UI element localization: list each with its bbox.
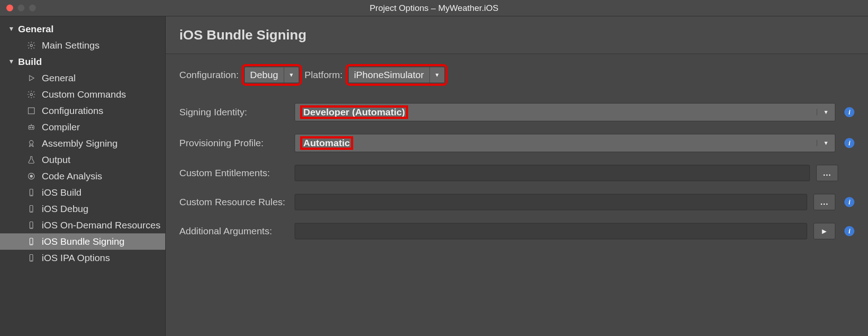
configuration-label: Configuration: xyxy=(179,69,239,80)
svg-point-9 xyxy=(30,175,33,178)
content-header: iOS Bundle Signing xyxy=(166,16,868,54)
provisioning-profile-value: Automatic xyxy=(301,138,352,148)
config-platform-row: Configuration: Debug ▼ Platform: iPhoneS… xyxy=(179,67,854,83)
disclosure-triangle-icon: ▼ xyxy=(8,25,15,32)
sidebar-section-label: General xyxy=(18,24,54,35)
sidebar-section-general[interactable]: ▼ General xyxy=(0,21,165,37)
device-icon xyxy=(26,253,36,263)
sidebar-item-label: iOS Bundle Signing xyxy=(42,236,124,247)
browse-resource-rules-button[interactable]: ... xyxy=(814,194,835,210)
additional-arguments-label: Additional Arguments: xyxy=(179,226,288,237)
custom-resource-rules-label: Custom Resource Rules: xyxy=(179,197,288,208)
sidebar-item-custom-commands[interactable]: Custom Commands xyxy=(0,86,165,103)
sidebar-item-compiler[interactable]: Compiler xyxy=(0,119,165,135)
gear-icon xyxy=(26,40,36,50)
disclosure-triangle-icon: ▼ xyxy=(8,58,15,65)
medal-icon xyxy=(26,138,36,148)
provisioning-profile-label: Provisioning Profile: xyxy=(179,138,288,148)
sidebar-item-label: iOS Build xyxy=(42,187,82,198)
sidebar-item-label: Main Settings xyxy=(42,40,99,51)
sidebar-item-main-settings[interactable]: Main Settings xyxy=(0,37,165,54)
titlebar: Project Options – MyWeather.iOS xyxy=(0,0,868,16)
target-icon xyxy=(26,171,36,181)
sidebar-item-code-analysis[interactable]: Code Analysis xyxy=(0,168,165,184)
signing-identity-value: Developer (Automatic) xyxy=(301,107,407,118)
sidebar-item-output[interactable]: Output xyxy=(0,152,165,168)
square-icon xyxy=(26,106,36,116)
content-pane: iOS Bundle Signing Configuration: Debug … xyxy=(166,16,868,336)
sidebar-item-label: Output xyxy=(42,154,70,165)
sidebar-item-ios-bundle-signing[interactable]: iOS Bundle Signing xyxy=(0,233,165,250)
sidebar-item-label: Configurations xyxy=(42,105,103,116)
custom-resource-rules-input[interactable] xyxy=(295,194,807,210)
sidebar-item-ios-ipa-options[interactable]: iOS IPA Options xyxy=(0,250,165,266)
sidebar-item-configurations[interactable]: Configurations xyxy=(0,103,165,119)
signing-identity-dropdown[interactable]: Developer (Automatic) ▼ xyxy=(295,103,835,121)
gear-icon xyxy=(26,89,36,99)
info-icon[interactable]: i xyxy=(844,226,854,236)
sidebar-item-assembly-signing[interactable]: Assembly Signing xyxy=(0,135,165,152)
svg-rect-3 xyxy=(28,108,34,114)
svg-point-6 xyxy=(32,127,33,128)
sidebar-item-ios-debug[interactable]: iOS Debug xyxy=(0,201,165,217)
provisioning-profile-dropdown[interactable]: Automatic ▼ xyxy=(295,134,835,152)
sidebar-item-label: Code Analysis xyxy=(42,171,102,182)
chevron-down-icon: ▼ xyxy=(817,109,835,115)
sidebar-item-label: Custom Commands xyxy=(42,89,126,100)
device-icon xyxy=(26,237,36,247)
project-options-window: Project Options – MyWeather.iOS ▼ Genera… xyxy=(0,0,868,336)
chevron-down-icon: ▼ xyxy=(817,140,835,146)
device-icon xyxy=(26,220,36,230)
svg-point-2 xyxy=(30,94,33,96)
sidebar-item-label: Compiler xyxy=(42,122,80,133)
configuration-value: Debug xyxy=(245,67,284,83)
sidebar-item-label: iOS IPA Options xyxy=(42,252,110,263)
sidebar-item-label: iOS On-Demand Resources xyxy=(42,220,160,231)
sidebar-section-label: Build xyxy=(18,56,42,67)
sidebar-item-label: iOS Debug xyxy=(42,203,89,214)
robot-icon xyxy=(26,122,36,132)
browse-entitlements-button[interactable]: ... xyxy=(816,165,838,181)
custom-entitlements-input[interactable] xyxy=(295,165,810,181)
info-icon[interactable]: i xyxy=(844,197,854,207)
svg-marker-1 xyxy=(30,75,34,81)
flask-icon xyxy=(26,155,36,165)
chevron-down-icon: ▼ xyxy=(430,72,444,78)
svg-point-0 xyxy=(30,44,33,47)
sidebar-item-label: General xyxy=(42,73,76,84)
sidebar-item-build-general[interactable]: General xyxy=(0,70,165,86)
run-arguments-button[interactable]: ▸ xyxy=(814,223,835,239)
device-icon xyxy=(26,188,36,198)
chevron-down-icon: ▼ xyxy=(284,72,299,78)
platform-label: Platform: xyxy=(305,69,343,80)
play-icon xyxy=(26,73,36,83)
page-title: iOS Bundle Signing xyxy=(179,27,854,43)
configuration-dropdown[interactable]: Debug ▼ xyxy=(244,67,299,83)
additional-arguments-input[interactable] xyxy=(295,223,807,239)
svg-point-7 xyxy=(30,140,33,144)
device-icon xyxy=(26,204,36,214)
svg-point-5 xyxy=(30,127,31,128)
platform-dropdown[interactable]: iPhoneSimulator ▼ xyxy=(348,67,445,83)
info-icon[interactable]: i xyxy=(844,107,854,117)
window-title: Project Options – MyWeather.iOS xyxy=(0,3,868,13)
sidebar-item-ios-build[interactable]: iOS Build xyxy=(0,184,165,201)
sidebar: ▼ General Main Settings ▼ Build General … xyxy=(0,16,166,336)
sidebar-section-build[interactable]: ▼ Build xyxy=(0,54,165,70)
info-icon[interactable]: i xyxy=(844,138,854,148)
custom-entitlements-label: Custom Entitlements: xyxy=(179,168,288,178)
platform-value: iPhoneSimulator xyxy=(349,67,430,83)
sidebar-item-ios-odr[interactable]: iOS On-Demand Resources xyxy=(0,217,165,233)
signing-identity-label: Signing Identity: xyxy=(179,107,288,118)
sidebar-item-label: Assembly Signing xyxy=(42,138,118,149)
